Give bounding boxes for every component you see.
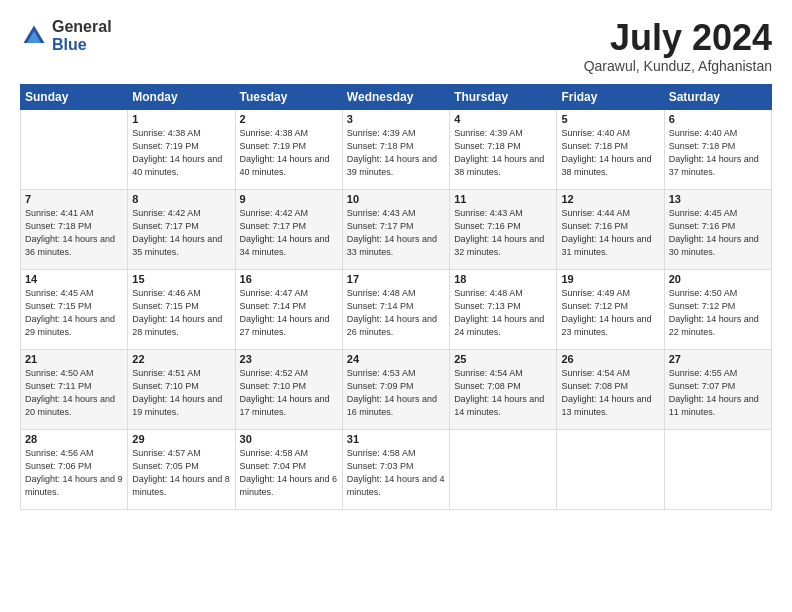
table-row: 5 Sunrise: 4:40 AMSunset: 7:18 PMDayligh…: [557, 109, 664, 189]
day-number: 28: [25, 433, 123, 445]
table-row: 19 Sunrise: 4:49 AMSunset: 7:12 PMDaylig…: [557, 269, 664, 349]
table-row: [450, 429, 557, 509]
day-number: 24: [347, 353, 445, 365]
table-row: 22 Sunrise: 4:51 AMSunset: 7:10 PMDaylig…: [128, 349, 235, 429]
day-number: 18: [454, 273, 552, 285]
day-number: 17: [347, 273, 445, 285]
day-info: Sunrise: 4:58 AMSunset: 7:04 PMDaylight:…: [240, 447, 338, 499]
day-info: Sunrise: 4:47 AMSunset: 7:14 PMDaylight:…: [240, 287, 338, 339]
day-number: 9: [240, 193, 338, 205]
table-row: 17 Sunrise: 4:48 AMSunset: 7:14 PMDaylig…: [342, 269, 449, 349]
day-number: 27: [669, 353, 767, 365]
logo-general: General: [52, 18, 112, 36]
day-number: 8: [132, 193, 230, 205]
day-info: Sunrise: 4:52 AMSunset: 7:10 PMDaylight:…: [240, 367, 338, 419]
day-number: 1: [132, 113, 230, 125]
header-wednesday: Wednesday: [342, 84, 449, 109]
day-info: Sunrise: 4:48 AMSunset: 7:13 PMDaylight:…: [454, 287, 552, 339]
logo: General Blue: [20, 18, 112, 53]
table-row: 16 Sunrise: 4:47 AMSunset: 7:14 PMDaylig…: [235, 269, 342, 349]
day-number: 29: [132, 433, 230, 445]
day-info: Sunrise: 4:40 AMSunset: 7:18 PMDaylight:…: [561, 127, 659, 179]
table-row: 26 Sunrise: 4:54 AMSunset: 7:08 PMDaylig…: [557, 349, 664, 429]
day-number: 22: [132, 353, 230, 365]
day-info: Sunrise: 4:53 AMSunset: 7:09 PMDaylight:…: [347, 367, 445, 419]
day-number: 5: [561, 113, 659, 125]
day-info: Sunrise: 4:42 AMSunset: 7:17 PMDaylight:…: [240, 207, 338, 259]
table-row: 15 Sunrise: 4:46 AMSunset: 7:15 PMDaylig…: [128, 269, 235, 349]
day-info: Sunrise: 4:39 AMSunset: 7:18 PMDaylight:…: [454, 127, 552, 179]
calendar-table: Sunday Monday Tuesday Wednesday Thursday…: [20, 84, 772, 510]
logo-blue: Blue: [52, 36, 112, 54]
day-info: Sunrise: 4:51 AMSunset: 7:10 PMDaylight:…: [132, 367, 230, 419]
day-number: 26: [561, 353, 659, 365]
day-info: Sunrise: 4:58 AMSunset: 7:03 PMDaylight:…: [347, 447, 445, 499]
day-info: Sunrise: 4:41 AMSunset: 7:18 PMDaylight:…: [25, 207, 123, 259]
day-number: 7: [25, 193, 123, 205]
day-number: 25: [454, 353, 552, 365]
day-info: Sunrise: 4:45 AMSunset: 7:16 PMDaylight:…: [669, 207, 767, 259]
header-thursday: Thursday: [450, 84, 557, 109]
table-row: 2 Sunrise: 4:38 AMSunset: 7:19 PMDayligh…: [235, 109, 342, 189]
table-row: 4 Sunrise: 4:39 AMSunset: 7:18 PMDayligh…: [450, 109, 557, 189]
day-info: Sunrise: 4:50 AMSunset: 7:12 PMDaylight:…: [669, 287, 767, 339]
day-info: Sunrise: 4:44 AMSunset: 7:16 PMDaylight:…: [561, 207, 659, 259]
table-row: 29 Sunrise: 4:57 AMSunset: 7:05 PMDaylig…: [128, 429, 235, 509]
day-info: Sunrise: 4:45 AMSunset: 7:15 PMDaylight:…: [25, 287, 123, 339]
header-saturday: Saturday: [664, 84, 771, 109]
day-info: Sunrise: 4:39 AMSunset: 7:18 PMDaylight:…: [347, 127, 445, 179]
header-monday: Monday: [128, 84, 235, 109]
table-row: 13 Sunrise: 4:45 AMSunset: 7:16 PMDaylig…: [664, 189, 771, 269]
table-row: 1 Sunrise: 4:38 AMSunset: 7:19 PMDayligh…: [128, 109, 235, 189]
table-row: 8 Sunrise: 4:42 AMSunset: 7:17 PMDayligh…: [128, 189, 235, 269]
table-row: 30 Sunrise: 4:58 AMSunset: 7:04 PMDaylig…: [235, 429, 342, 509]
table-row: 3 Sunrise: 4:39 AMSunset: 7:18 PMDayligh…: [342, 109, 449, 189]
table-row: 21 Sunrise: 4:50 AMSunset: 7:11 PMDaylig…: [21, 349, 128, 429]
day-info: Sunrise: 4:46 AMSunset: 7:15 PMDaylight:…: [132, 287, 230, 339]
month-title: July 2024: [584, 18, 772, 58]
day-info: Sunrise: 4:43 AMSunset: 7:17 PMDaylight:…: [347, 207, 445, 259]
location: Qarawul, Kunduz, Afghanistan: [584, 58, 772, 74]
table-row: 25 Sunrise: 4:54 AMSunset: 7:08 PMDaylig…: [450, 349, 557, 429]
table-row: 28 Sunrise: 4:56 AMSunset: 7:06 PMDaylig…: [21, 429, 128, 509]
day-info: Sunrise: 4:48 AMSunset: 7:14 PMDaylight:…: [347, 287, 445, 339]
table-row: 14 Sunrise: 4:45 AMSunset: 7:15 PMDaylig…: [21, 269, 128, 349]
day-number: 31: [347, 433, 445, 445]
table-row: 18 Sunrise: 4:48 AMSunset: 7:13 PMDaylig…: [450, 269, 557, 349]
table-row: 10 Sunrise: 4:43 AMSunset: 7:17 PMDaylig…: [342, 189, 449, 269]
day-number: 10: [347, 193, 445, 205]
day-number: 13: [669, 193, 767, 205]
day-info: Sunrise: 4:55 AMSunset: 7:07 PMDaylight:…: [669, 367, 767, 419]
table-row: [21, 109, 128, 189]
day-info: Sunrise: 4:38 AMSunset: 7:19 PMDaylight:…: [240, 127, 338, 179]
header: General Blue July 2024 Qarawul, Kunduz, …: [20, 18, 772, 74]
calendar-header: Sunday Monday Tuesday Wednesday Thursday…: [21, 84, 772, 109]
day-number: 19: [561, 273, 659, 285]
day-info: Sunrise: 4:54 AMSunset: 7:08 PMDaylight:…: [454, 367, 552, 419]
day-number: 4: [454, 113, 552, 125]
day-info: Sunrise: 4:40 AMSunset: 7:18 PMDaylight:…: [669, 127, 767, 179]
day-number: 23: [240, 353, 338, 365]
day-info: Sunrise: 4:43 AMSunset: 7:16 PMDaylight:…: [454, 207, 552, 259]
day-info: Sunrise: 4:38 AMSunset: 7:19 PMDaylight:…: [132, 127, 230, 179]
day-info: Sunrise: 4:49 AMSunset: 7:12 PMDaylight:…: [561, 287, 659, 339]
day-number: 3: [347, 113, 445, 125]
day-number: 14: [25, 273, 123, 285]
day-number: 21: [25, 353, 123, 365]
day-number: 20: [669, 273, 767, 285]
table-row: 7 Sunrise: 4:41 AMSunset: 7:18 PMDayligh…: [21, 189, 128, 269]
table-row: 27 Sunrise: 4:55 AMSunset: 7:07 PMDaylig…: [664, 349, 771, 429]
table-row: [664, 429, 771, 509]
title-block: July 2024 Qarawul, Kunduz, Afghanistan: [584, 18, 772, 74]
day-number: 15: [132, 273, 230, 285]
calendar-body: 1 Sunrise: 4:38 AMSunset: 7:19 PMDayligh…: [21, 109, 772, 509]
day-info: Sunrise: 4:56 AMSunset: 7:06 PMDaylight:…: [25, 447, 123, 499]
table-row: [557, 429, 664, 509]
day-info: Sunrise: 4:57 AMSunset: 7:05 PMDaylight:…: [132, 447, 230, 499]
day-number: 12: [561, 193, 659, 205]
logo-text: General Blue: [52, 18, 112, 53]
table-row: 31 Sunrise: 4:58 AMSunset: 7:03 PMDaylig…: [342, 429, 449, 509]
table-row: 9 Sunrise: 4:42 AMSunset: 7:17 PMDayligh…: [235, 189, 342, 269]
day-info: Sunrise: 4:54 AMSunset: 7:08 PMDaylight:…: [561, 367, 659, 419]
day-number: 2: [240, 113, 338, 125]
